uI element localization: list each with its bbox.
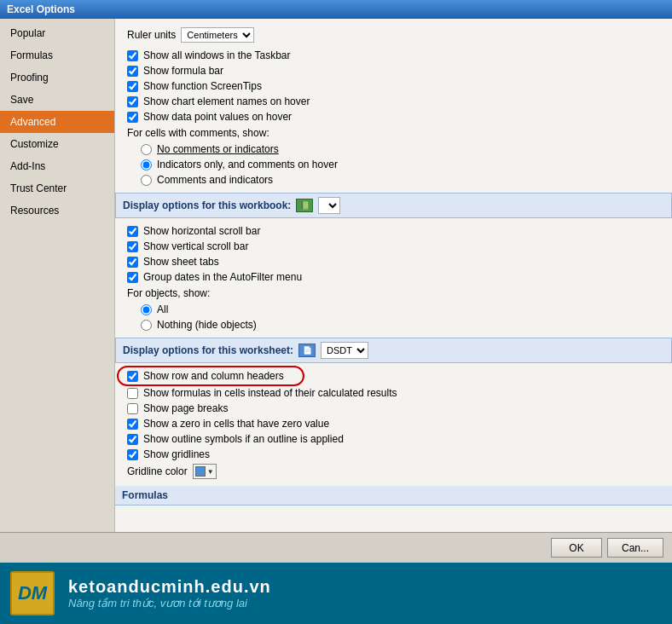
banner-text-container: ketoanducminh.edu.vn Nâng tầm tri thức, …: [68, 577, 271, 610]
cancel-button[interactable]: Can...: [607, 538, 663, 558]
zero-value-row: Show a zero in cells that have zero valu…: [124, 416, 663, 431]
comments-indicators-radio[interactable]: [141, 175, 152, 186]
gridlines-checkbox[interactable]: [127, 449, 138, 460]
title-bar: Excel Options: [0, 0, 672, 19]
worksheet-select[interactable]: DSDT: [321, 342, 368, 359]
ruler-row: Ruler units Centimeters Inches Millimete…: [124, 26, 663, 44]
show-screentips-row: Show function ScreenTips: [124, 78, 663, 94]
no-comments-radio[interactable]: [141, 144, 152, 155]
row-col-headers-checkbox[interactable]: [127, 371, 138, 382]
gridline-color-button[interactable]: ▼: [193, 464, 217, 479]
show-chart-names-row: Show chart element names on hover: [124, 94, 663, 109]
banner-logo-text: DM: [18, 582, 47, 604]
show-windows-checkbox[interactable]: [127, 50, 138, 61]
zero-value-checkbox[interactable]: [127, 419, 138, 430]
page-breaks-row: Show page breaks: [124, 401, 663, 416]
outline-symbols-label: Show outline symbols if an outline is ap…: [143, 433, 344, 445]
sidebar-item-proofing[interactable]: Proofing: [0, 66, 114, 89]
show-chart-names-label: Show chart element names on hover: [143, 95, 310, 107]
show-data-points-row: Show data point values on hover: [124, 109, 663, 124]
display-worksheet-label: Display options for this worksheet:: [123, 344, 293, 356]
horiz-scroll-checkbox[interactable]: [127, 226, 138, 237]
window-title: Excel Options: [7, 3, 75, 15]
outline-symbols-checkbox[interactable]: [127, 434, 138, 445]
sidebar-item-save[interactable]: Save: [0, 89, 114, 111]
sidebar-item-resources[interactable]: Resources: [0, 199, 114, 222]
all-objects-label: All: [157, 303, 168, 315]
sidebar-item-customize[interactable]: Customize: [0, 133, 114, 155]
show-data-points-label: Show data point values on hover: [143, 111, 292, 123]
vert-scroll-row: Show vertical scroll bar: [124, 239, 663, 254]
group-dates-label: Group dates in the AutoFilter menu: [143, 271, 302, 283]
show-windows-label: Show all windows in the Taskbar: [143, 49, 291, 61]
display-worksheet-section: Display options for this worksheet: 📄 DS…: [115, 338, 672, 363]
horiz-scroll-row: Show horizontal scroll bar: [124, 223, 663, 239]
sidebar: Popular Formulas Proofing Save Advanced …: [0, 19, 115, 532]
ruler-units-select[interactable]: Centimeters Inches Millimeters: [181, 27, 254, 43]
show-screentips-checkbox[interactable]: [127, 81, 138, 92]
workbook-select[interactable]: [318, 197, 340, 214]
sidebar-item-addins[interactable]: Add-Ins: [0, 155, 114, 177]
workbook-icon: 📗: [296, 199, 313, 212]
cells-comments-label: For cells with comments, show:: [124, 124, 663, 142]
gridline-color-row: Gridline color ▼: [124, 462, 663, 481]
sidebar-item-popular[interactable]: Popular: [0, 22, 114, 44]
radio-comments-group: No comments or indicators Indicators onl…: [124, 142, 663, 188]
group-dates-row: Group dates in the AutoFilter menu: [124, 269, 663, 285]
indicators-only-radio[interactable]: [141, 159, 152, 170]
show-chart-names-checkbox[interactable]: [127, 96, 138, 107]
comments-indicators-label: Comments and indicators: [157, 174, 273, 186]
zero-value-label: Show a zero in cells that have zero valu…: [143, 418, 329, 430]
dropdown-arrow-icon: ▼: [207, 468, 214, 476]
horiz-scroll-label: Show horizontal scroll bar: [143, 225, 260, 237]
sidebar-item-trustcenter[interactable]: Trust Center: [0, 177, 114, 199]
indicators-only-label: Indicators only, and comments on hover: [157, 159, 338, 170]
all-objects-radio[interactable]: [141, 304, 152, 315]
sheet-tabs-label: Show sheet tabs: [143, 256, 219, 268]
radio-objects-group: All Nothing (hide objects): [124, 302, 663, 332]
formulas-in-cells-label: Show formulas in cells instead of their …: [143, 387, 397, 399]
vert-scroll-checkbox[interactable]: [127, 241, 138, 252]
group-dates-checkbox[interactable]: [127, 272, 138, 283]
display-workbook-section: Display options for this workbook: 📗: [115, 193, 672, 218]
gridlines-label: Show gridlines: [143, 448, 210, 460]
indicators-only-row: Indicators only, and comments on hover: [137, 157, 663, 172]
button-bar: OK Can...: [0, 532, 672, 563]
sheet-tabs-row: Show sheet tabs: [124, 254, 663, 269]
show-windows-row: Show all windows in the Taskbar: [124, 48, 663, 63]
ruler-label: Ruler units: [127, 29, 176, 41]
show-data-points-checkbox[interactable]: [127, 112, 138, 123]
vert-scroll-label: Show vertical scroll bar: [143, 240, 248, 252]
show-formula-bar-label: Show formula bar: [143, 65, 223, 77]
formulas-section-header: Formulas: [115, 486, 672, 506]
gridlines-row: Show gridlines: [124, 447, 663, 462]
content-area: Popular Formulas Proofing Save Advanced …: [0, 19, 672, 532]
sheet-tabs-checkbox[interactable]: [127, 257, 138, 268]
main-panel: Ruler units Centimeters Inches Millimete…: [115, 19, 672, 532]
page-breaks-label: Show page breaks: [143, 402, 228, 414]
formulas-cells-row: Show formulas in cells instead of their …: [124, 385, 663, 401]
worksheet-icon: 📄: [298, 344, 316, 357]
gridline-color-label: Gridline color: [127, 465, 188, 477]
no-comments-row: No comments or indicators: [137, 142, 663, 157]
show-formula-bar-checkbox[interactable]: [127, 66, 138, 77]
banner-logo: DM: [10, 571, 55, 615]
bottom-banner: DM ketoanducminh.edu.vn Nâng tầm tri thứ…: [0, 563, 672, 624]
color-swatch: [195, 466, 206, 477]
nothing-objects-label: Nothing (hide objects): [157, 319, 257, 331]
display-workbook-label: Display options for this workbook:: [123, 199, 291, 211]
no-comments-label: No comments or indicators: [157, 143, 279, 155]
row-col-headers-label: Show row and column headers: [143, 370, 284, 382]
nothing-objects-radio[interactable]: [141, 320, 152, 331]
ok-button[interactable]: OK: [551, 538, 602, 558]
show-screentips-label: Show function ScreenTips: [143, 80, 262, 92]
banner-main-text: ketoanducminh.edu.vn: [68, 577, 271, 597]
sidebar-item-formulas[interactable]: Formulas: [0, 44, 114, 66]
formulas-in-cells-checkbox[interactable]: [127, 388, 138, 399]
all-objects-row: All: [137, 302, 663, 317]
sidebar-item-advanced[interactable]: Advanced: [0, 111, 114, 133]
outline-symbols-row: Show outline symbols if an outline is ap…: [124, 431, 663, 447]
objects-label: For objects, show:: [124, 285, 663, 302]
show-formula-bar-row: Show formula bar: [124, 63, 663, 78]
page-breaks-checkbox[interactable]: [127, 403, 138, 414]
